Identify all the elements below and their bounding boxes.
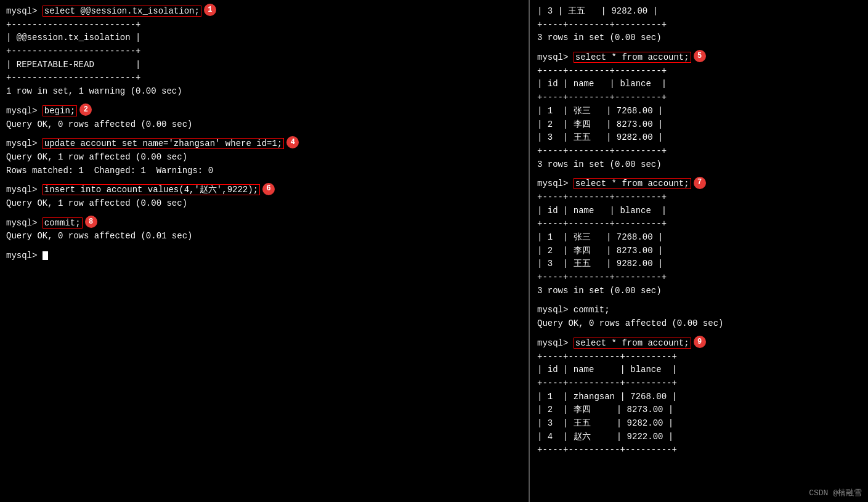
terminal-line: | 2 | 李四 | 8273.00 | xyxy=(537,118,862,132)
terminal-line: +------------------------+ xyxy=(6,18,522,32)
mysql-prompt: mysql> xyxy=(537,52,574,62)
command-text: update account set name='zhangsan' where… xyxy=(43,138,284,149)
terminal-command-line: mysql> select @@session.tx_isolation;1 xyxy=(6,5,522,18)
terminal-line: +------------------------+ xyxy=(6,71,522,85)
terminal-line: | id | name | blance | xyxy=(537,204,862,218)
mysql-prompt: mysql> xyxy=(6,218,43,228)
terminal-line: +----+--------+---------+ xyxy=(537,271,862,285)
terminal-line: 3 rows in set (0.00 sec) xyxy=(537,158,862,172)
command-text: select * from account; xyxy=(574,52,691,63)
terminal-command-line: mysql> select * from account;7 xyxy=(537,177,862,191)
terminal-line: | 4 | 赵六 | 9222.00 | xyxy=(537,431,862,444)
step-badge: 6 xyxy=(262,183,275,195)
terminal-line: 3 rows in set (0.00 sec) xyxy=(537,285,862,298)
terminal-line: +----+--------+---------+ xyxy=(537,191,862,204)
terminal-line: +----+----------+---------+ xyxy=(537,350,862,364)
terminal-line: +----+----------+---------+ xyxy=(537,443,862,457)
terminal-line: | 3 | 王五 | 9282.00 | xyxy=(537,131,862,145)
terminal-line: 1 row in set, 1 warning (0.00 sec) xyxy=(6,85,522,99)
terminal-line: 3 rows in set (0.00 sec) xyxy=(537,31,862,45)
terminal-line: +----+--------+---------+ xyxy=(537,18,862,32)
terminal-line: | id | name | blance | xyxy=(537,78,862,91)
terminal-line: | 3 | 王五 | 9282.00 | xyxy=(537,417,862,431)
command-text: insert into account values(4,'赵六',9222); xyxy=(43,184,260,195)
terminal-command-line: mysql> commit;8 xyxy=(6,217,522,230)
watermark: CSDN @楠融雪 xyxy=(809,487,862,498)
step-badge: 1 xyxy=(204,4,216,16)
terminal-command-line: mysql> update account set name='zhangsan… xyxy=(6,137,522,151)
cursor-block xyxy=(43,251,48,260)
command-text: select * from account; xyxy=(574,338,691,349)
terminal-line: Rows matched: 1 Changed: 1 Warnings: 0 xyxy=(6,164,522,178)
step-badge: 9 xyxy=(694,336,706,348)
terminal-command-line: mysql> select * from account;9 xyxy=(537,337,862,350)
terminal-line: +----+--------+---------+ xyxy=(537,145,862,158)
terminal-line: | 2 | 李四 | 8273.00 | xyxy=(537,403,862,417)
terminal-line: | 1 | 张三 | 7268.00 | xyxy=(537,231,862,245)
terminal-line: | id | name | blance | xyxy=(537,363,862,377)
mysql-prompt: mysql> xyxy=(537,338,574,348)
terminal-line: Query OK, 0 rows affected (0.01 sec) xyxy=(6,230,522,243)
terminal-line: +----+--------+---------+ xyxy=(537,65,862,78)
terminal-prompt-cursor: mysql> xyxy=(6,249,522,263)
right-terminal: CSDN @楠融雪 | 3 | 王五 | 9282.00 |+----+----… xyxy=(530,0,868,502)
mysql-prompt: mysql> xyxy=(6,106,43,116)
terminal-line: +----+----------+---------+ xyxy=(537,377,862,391)
step-badge: 2 xyxy=(79,103,92,116)
step-badge: 5 xyxy=(694,50,706,62)
terminal-line: +------------------------+ xyxy=(6,45,522,59)
mysql-prompt: mysql> xyxy=(6,251,43,261)
step-badge: 4 xyxy=(286,136,299,148)
left-terminal: mysql> select @@session.tx_isolation;1+-… xyxy=(0,0,530,502)
terminal-command-line: mysql> begin;2 xyxy=(6,105,522,118)
terminal-line: Query OK, 1 row affected (0.00 sec) xyxy=(6,197,522,211)
command-text: select * from account; xyxy=(574,178,691,189)
terminal-line: | @@session.tx_isolation | xyxy=(6,31,522,45)
terminal-line: | 3 | 王五 | 9282.00 | xyxy=(537,257,862,271)
terminal-command-line: mysql> select * from account;5 xyxy=(537,51,862,65)
step-badge: 8 xyxy=(85,216,97,228)
terminal-line: mysql> commit; xyxy=(537,304,862,317)
terminal-line: Query OK, 0 rows affected (0.00 sec) xyxy=(537,317,862,331)
terminal-line: | 1 | 张三 | 7268.00 | xyxy=(537,105,862,118)
mysql-prompt: mysql> xyxy=(6,185,43,195)
step-badge: 7 xyxy=(694,177,706,189)
command-text: select @@session.tx_isolation; xyxy=(43,6,201,17)
terminal-line: | 3 | 王五 | 9282.00 | xyxy=(537,5,862,18)
terminal-command-line: mysql> insert into account values(4,'赵六'… xyxy=(6,184,522,197)
terminal-line: | 2 | 李四 | 8273.00 | xyxy=(537,245,862,258)
terminal-line: | REPEATABLE-READ | xyxy=(6,59,522,72)
terminal-line: Query OK, 1 row affected (0.00 sec) xyxy=(6,151,522,164)
terminal-line: | 1 | zhangsan | 7268.00 | xyxy=(537,391,862,404)
command-text: commit; xyxy=(43,217,83,229)
mysql-prompt: mysql> xyxy=(6,139,43,148)
terminal-line: +----+--------+---------+ xyxy=(537,91,862,105)
mysql-prompt: mysql> xyxy=(537,179,574,188)
command-text: begin; xyxy=(43,105,77,116)
terminal-line: Query OK, 0 rows affected (0.00 sec) xyxy=(6,118,522,132)
terminal-line: +----+--------+---------+ xyxy=(537,217,862,231)
mysql-prompt: mysql> xyxy=(6,6,43,16)
